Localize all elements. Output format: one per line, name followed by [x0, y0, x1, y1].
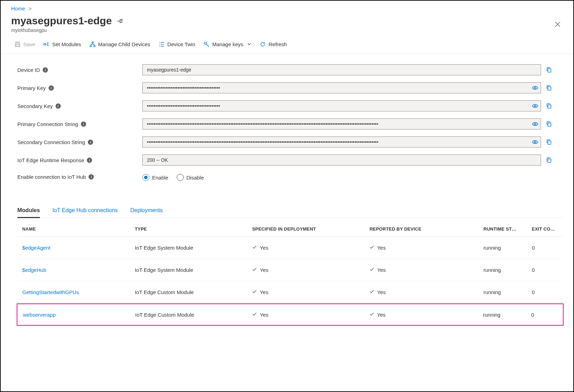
cell-exit: 0 — [532, 267, 563, 273]
svg-point-13 — [534, 123, 536, 125]
tab-modules[interactable]: Modules — [17, 205, 40, 218]
device-id-input[interactable] — [142, 64, 541, 75]
tab-connections[interactable]: IoT Edge Hub connections — [52, 205, 118, 218]
list-icon — [159, 41, 165, 47]
check-icon — [252, 245, 257, 251]
cell-specified: Yes — [252, 289, 369, 295]
info-icon[interactable]: i — [43, 67, 48, 73]
hierarchy-icon — [90, 41, 95, 47]
th-specified[interactable]: SPECIFIED IN DEPLOYMENT — [252, 226, 369, 232]
device-twin-button[interactable]: Device Twin — [155, 39, 199, 49]
info-icon[interactable]: i — [56, 103, 61, 109]
info-icon[interactable]: i — [88, 140, 93, 145]
set-modules-icon — [43, 41, 49, 47]
secondary-key-input[interactable] — [142, 100, 541, 111]
check-icon — [369, 267, 374, 273]
check-icon — [252, 267, 257, 273]
copy-icon[interactable] — [546, 121, 552, 127]
save-icon — [15, 41, 20, 47]
secondary-key-label: Secondary Key i — [17, 103, 142, 109]
runtime-response-label: IoT Edge Runtime Response i — [17, 157, 142, 163]
cell-runtime: running — [483, 245, 532, 251]
cell-reported: Yes — [369, 312, 483, 318]
th-reported[interactable]: REPORTED BY DEVICE — [369, 226, 483, 232]
module-link[interactable]: GettingStartedwithGPUs — [22, 289, 79, 295]
copy-icon[interactable] — [546, 157, 552, 163]
info-icon[interactable]: i — [49, 85, 54, 91]
primary-key-input[interactable] — [142, 82, 541, 93]
cell-reported: Yes — [369, 267, 483, 273]
module-link[interactable]: $edgeAgent — [22, 245, 50, 251]
th-type[interactable]: TYPE — [135, 226, 252, 232]
check-icon — [369, 289, 374, 295]
save-button: Save — [11, 39, 39, 49]
enable-conn-label: Enable connection to IoT Hub i — [17, 174, 142, 180]
disable-radio[interactable]: Disable — [177, 174, 204, 181]
manage-keys-button[interactable]: Manage keys — [200, 39, 255, 49]
th-name[interactable]: NAME — [17, 226, 135, 232]
th-exit[interactable]: EXIT CO… — [532, 226, 563, 232]
refresh-button[interactable]: Refresh — [256, 39, 290, 49]
svg-point-4 — [92, 42, 93, 43]
close-button[interactable] — [552, 18, 563, 32]
svg-point-6 — [93, 45, 95, 47]
svg-rect-3 — [44, 43, 45, 45]
info-icon[interactable]: i — [87, 158, 92, 163]
copy-icon[interactable] — [546, 139, 552, 145]
cell-specified: Yes — [252, 312, 369, 318]
copy-icon[interactable] — [546, 85, 552, 91]
table-row[interactable]: $edgeHubIoT Edge System ModuleYesYesrunn… — [17, 259, 563, 281]
runtime-response-input[interactable] — [142, 155, 541, 166]
device-id-label: Device ID i — [17, 67, 142, 73]
cell-reported: Yes — [369, 245, 483, 251]
eye-icon[interactable] — [532, 121, 538, 127]
svg-rect-10 — [548, 87, 551, 90]
check-icon — [252, 289, 257, 295]
eye-icon[interactable] — [532, 85, 538, 91]
cell-runtime: running — [483, 312, 531, 318]
copy-icon[interactable] — [546, 67, 552, 73]
info-icon[interactable]: i — [89, 174, 94, 180]
cell-name: $edgeHub — [17, 267, 135, 273]
th-runtime[interactable]: RUNTIME ST… — [483, 226, 532, 232]
info-icon[interactable]: i — [81, 122, 86, 127]
check-icon — [252, 312, 257, 318]
breadcrumb-separator: > — [28, 6, 32, 11]
svg-point-5 — [90, 45, 91, 47]
secondary-conn-input[interactable] — [142, 136, 541, 148]
pin-icon[interactable] — [117, 18, 123, 24]
cell-exit: 0 — [531, 312, 562, 318]
secondary-conn-label: Secondary Connection String i — [17, 139, 142, 145]
manage-child-button[interactable]: Manage Child Devices — [86, 39, 154, 49]
primary-conn-input[interactable] — [142, 118, 541, 130]
svg-rect-16 — [548, 141, 551, 144]
cell-type: IoT Edge System Module — [135, 245, 252, 251]
check-icon — [369, 245, 374, 251]
cell-name: GettingStartedwithGPUs — [17, 289, 135, 295]
svg-rect-8 — [548, 69, 551, 72]
cell-specified: Yes — [252, 267, 369, 273]
set-modules-button[interactable]: Set Modules — [40, 39, 84, 49]
page-subtitle: myiothubasegpu — [11, 27, 123, 33]
table-row[interactable]: $edgeAgentIoT Edge System ModuleYesYesru… — [17, 237, 563, 259]
eye-icon[interactable] — [532, 139, 538, 145]
table-row[interactable]: webserverappIoT Edge Custom ModuleYesYes… — [17, 303, 564, 326]
cell-exit: 0 — [532, 289, 563, 295]
svg-point-11 — [534, 105, 536, 107]
module-link[interactable]: $edgeHub — [22, 267, 46, 273]
svg-point-9 — [534, 87, 536, 89]
cell-type: IoT Edge System Module — [135, 267, 252, 273]
module-link[interactable]: webserverapp — [23, 312, 56, 318]
primary-conn-label: Primary Connection String i — [17, 121, 142, 127]
svg-rect-2 — [16, 45, 19, 47]
enable-radio[interactable]: Enable — [142, 174, 168, 181]
copy-icon[interactable] — [546, 103, 552, 109]
tab-deployments[interactable]: Deployments — [130, 205, 163, 218]
svg-rect-1 — [16, 42, 18, 43]
eye-icon[interactable] — [532, 103, 538, 109]
cell-specified: Yes — [252, 245, 369, 251]
table-row[interactable]: GettingStartedwithGPUsIoT Edge Custom Mo… — [17, 281, 563, 303]
tabs: Modules IoT Edge Hub connections Deploym… — [17, 205, 563, 218]
breadcrumb-home[interactable]: Home — [11, 6, 25, 11]
cell-runtime: running — [483, 289, 532, 295]
